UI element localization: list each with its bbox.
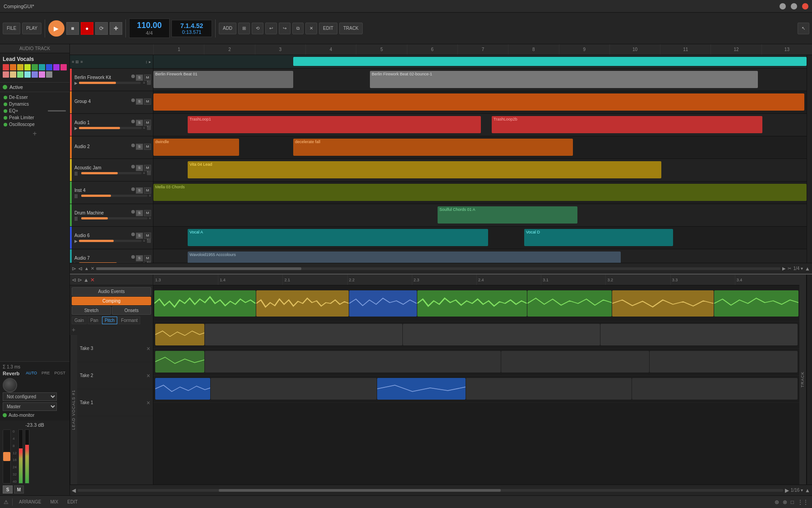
edit-button[interactable]: EDIT: [319, 23, 337, 34]
take1-clip-1[interactable]: [155, 378, 210, 400]
take1-clip-2[interactable]: [211, 378, 376, 400]
plugin-oscilloscope[interactable]: Oscilloscope: [2, 121, 68, 128]
solo-group4[interactable]: S: [136, 98, 143, 105]
fader-handle[interactable]: [3, 452, 10, 461]
comp-clip-6[interactable]: [612, 290, 714, 317]
solo-berlin[interactable]: S: [136, 75, 143, 81]
swatch-4[interactable]: [24, 64, 31, 70]
loop-toggle-button[interactable]: ⟲: [252, 23, 263, 34]
solo-button[interactable]: S: [3, 485, 13, 494]
comp-nav-btn-2[interactable]: ⊳: [78, 277, 82, 283]
mute-inst4[interactable]: M: [144, 187, 151, 194]
clip-audio6-2[interactable]: Vocal D: [524, 229, 673, 246]
comp-scroll-fwd[interactable]: ▶: [785, 487, 789, 494]
scissors-btn[interactable]: ✂: [788, 266, 791, 271]
take2-clip-4[interactable]: [650, 351, 798, 373]
comp-nav-btn-1[interactable]: ⊲: [72, 277, 76, 283]
delete-button[interactable]: ✕: [305, 23, 317, 34]
mute-group4[interactable]: M: [144, 98, 151, 105]
plugin-peak-limiter[interactable]: Peak Limiter: [2, 114, 68, 121]
comping-button[interactable]: Comping: [72, 297, 151, 305]
bottom-tool-1[interactable]: ⊛: [775, 499, 779, 505]
reverb-tab-pre[interactable]: PRE: [40, 370, 51, 376]
scroll-up-btn[interactable]: ▲: [805, 266, 810, 272]
swatch-12[interactable]: [17, 71, 23, 78]
pan-tab[interactable]: Pan: [88, 317, 101, 324]
comp-clip-1[interactable]: [154, 290, 256, 317]
maximize-button[interactable]: [791, 3, 797, 9]
select-tool[interactable]: ↖: [798, 23, 809, 34]
master-select[interactable]: Master: [3, 402, 57, 411]
nav-down-button[interactable]: ✕: [91, 266, 94, 271]
plugin-eq[interactable]: EQ+: [2, 107, 68, 114]
nav-forward-button[interactable]: ⊲: [78, 266, 83, 272]
comp-clip-3[interactable]: [349, 290, 417, 317]
mute-audio1[interactable]: M: [144, 120, 151, 126]
swatch-10[interactable]: [3, 71, 9, 78]
clip-audio7[interactable]: Wavoloid1955 Acccolours: [188, 252, 621, 263]
clip-drum[interactable]: Soulful Chords 01 A: [438, 206, 577, 224]
clip-audio6-1[interactable]: Vocal A: [188, 229, 488, 246]
take2-clip-3[interactable]: [501, 351, 649, 373]
punch-button[interactable]: ✚: [110, 22, 122, 35]
bottom-tool-4[interactable]: ⋮⋮: [798, 499, 808, 505]
swatch-14[interactable]: [32, 71, 38, 78]
swatch-6[interactable]: [39, 64, 45, 70]
solo-acoustic[interactable]: S: [136, 165, 143, 171]
swatch-8[interactable]: [53, 64, 60, 70]
swatch-5[interactable]: [32, 64, 38, 70]
take1-clip-4[interactable]: [466, 378, 632, 400]
play-button[interactable]: ▶: [48, 20, 65, 37]
take3-close-button[interactable]: ×: [147, 345, 150, 352]
comp-clip-2[interactable]: [256, 290, 349, 317]
swatch-9[interactable]: [60, 64, 67, 70]
formant-tab[interactable]: Formant: [118, 317, 140, 324]
onsets-button[interactable]: Onsets: [112, 306, 151, 315]
mute-audio6[interactable]: M: [144, 233, 151, 239]
clip-audio2-1[interactable]: dwindle: [153, 139, 239, 156]
comp-hscrollbar[interactable]: [78, 489, 783, 492]
close-button[interactable]: [802, 3, 808, 9]
swatch-3[interactable]: [17, 64, 23, 70]
nav-back-button[interactable]: ⊳: [72, 266, 76, 272]
take1-close-button[interactable]: ×: [147, 399, 150, 406]
clip-inst4[interactable]: Mella 03 Chords: [153, 184, 807, 201]
mute-audio2[interactable]: M: [144, 144, 151, 150]
take2-clip-2[interactable]: [205, 351, 501, 373]
loop-button[interactable]: ⟳: [95, 22, 108, 35]
swatch-13[interactable]: [24, 71, 31, 78]
mute-berlin[interactable]: M: [144, 75, 151, 81]
reverb-tab-auto[interactable]: AUTO: [24, 370, 38, 376]
back-button[interactable]: ↩: [265, 23, 277, 34]
forward-button[interactable]: ↪: [279, 23, 291, 34]
take3-clip-3[interactable]: [403, 324, 600, 345]
swatch-16[interactable]: [46, 71, 52, 78]
tab-arrange[interactable]: ARRANGE: [16, 499, 44, 505]
track-button[interactable]: TRACK: [339, 23, 363, 34]
track-vscrollbar[interactable]: [807, 55, 812, 263]
add-take-button[interactable]: +: [72, 326, 151, 333]
take2-clip-1[interactable]: [155, 351, 204, 373]
swatch-2[interactable]: [10, 64, 16, 70]
play-menu-button[interactable]: PLAY: [22, 23, 42, 34]
take3-clip-4[interactable]: [600, 324, 798, 345]
tab-edit[interactable]: EDIT: [65, 499, 80, 505]
file-menu-button[interactable]: FILE: [3, 23, 20, 34]
swatch-15[interactable]: [39, 71, 45, 78]
reverb-tab-post[interactable]: POST: [53, 370, 67, 376]
minimize-button[interactable]: [780, 3, 786, 9]
record-button[interactable]: ●: [81, 22, 93, 35]
swatch-1[interactable]: [3, 64, 9, 70]
tab-mix[interactable]: MIX: [47, 499, 61, 505]
plugin-de-esser[interactable]: De-Esser: [2, 94, 68, 101]
playhead-btn[interactable]: ▶: [782, 266, 786, 271]
plugin-dynamics[interactable]: Dynamics: [2, 101, 68, 107]
comp-scroll-back[interactable]: ◀: [72, 487, 76, 494]
hscrollbar[interactable]: [96, 267, 781, 270]
clip-audio2-2[interactable]: decelerate fall: [293, 139, 573, 156]
take1-clip-3[interactable]: [377, 378, 466, 400]
clip-audio1-2[interactable]: TrashLoop2b: [492, 116, 762, 133]
clip-berlin-2[interactable]: Berlin Firework Beat 02-bounce-1: [370, 71, 758, 88]
take3-clip-1[interactable]: [155, 324, 204, 345]
clip-group4[interactable]: [153, 93, 804, 111]
